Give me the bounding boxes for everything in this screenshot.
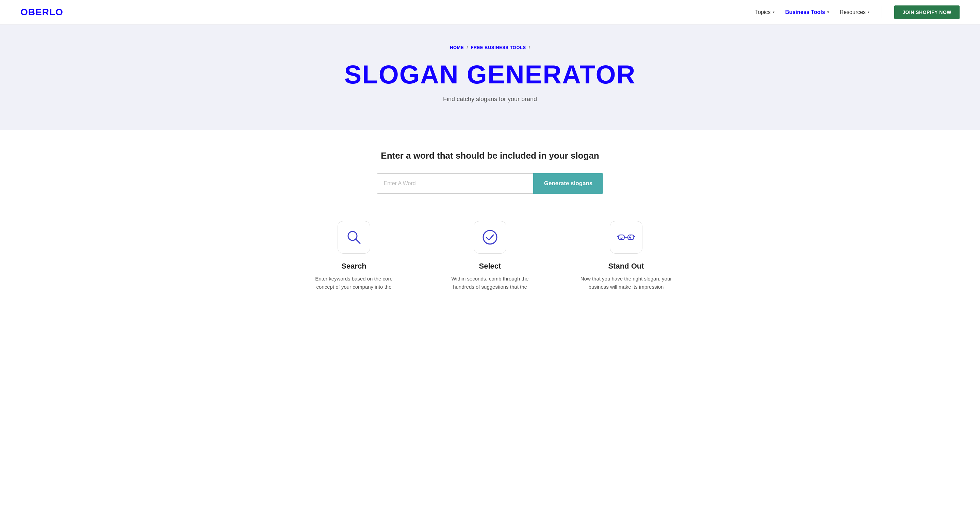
feature-stand-out-desc: Now that you have the right slogan, your…: [579, 275, 674, 291]
breadcrumb-free-business-tools[interactable]: FREE BUSINESS TOOLS: [471, 45, 526, 50]
nav-topics[interactable]: Topics ▾: [755, 9, 774, 15]
feature-search-desc: Enter keywords based on the core concept…: [306, 275, 401, 291]
feature-select-title: Select: [479, 262, 501, 271]
hero-section: HOME / FREE BUSINESS TOOLS / SLOGAN GENE…: [0, 24, 980, 130]
chevron-down-icon: ▾: [773, 10, 775, 14]
breadcrumb-home[interactable]: HOME: [450, 45, 464, 50]
feature-select-desc: Within seconds, comb through the hundred…: [442, 275, 538, 291]
navbar: OBERLO Topics ▾ Business Tools ▾ Resourc…: [0, 0, 980, 24]
checkmark-circle-icon: [481, 228, 499, 246]
generator-input-row: Generate slogans: [7, 173, 973, 194]
nav-links: Topics ▾ Business Tools ▾ Resources ▾: [755, 9, 869, 15]
navbar-right: Topics ▾ Business Tools ▾ Resources ▾ JO…: [755, 5, 959, 19]
join-shopify-button[interactable]: JOIN SHOPIFY NOW: [894, 5, 959, 19]
svg-rect-3: [618, 235, 624, 240]
checkmark-icon-box: [474, 221, 506, 253]
feature-select: Select Within seconds, comb through the …: [442, 221, 538, 291]
chevron-down-icon: ▾: [868, 10, 869, 14]
breadcrumb: HOME / FREE BUSINESS TOOLS /: [7, 45, 973, 50]
generate-button[interactable]: Generate slogans: [533, 173, 604, 194]
svg-point-2: [483, 231, 497, 244]
feature-search: Search Enter keywords based on the core …: [306, 221, 401, 291]
feature-stand-out-title: Stand Out: [608, 262, 644, 271]
hero-subtitle: Find catchy slogans for your brand: [7, 96, 973, 103]
feature-search-title: Search: [341, 262, 366, 271]
svg-rect-4: [628, 235, 633, 240]
word-input[interactable]: [377, 173, 533, 194]
nav-business-tools[interactable]: Business Tools ▾: [785, 9, 829, 15]
nav-resources[interactable]: Resources ▾: [840, 9, 869, 15]
glasses-icon: [617, 228, 635, 246]
chevron-down-icon: ▾: [827, 10, 829, 14]
breadcrumb-separator-2: /: [529, 45, 530, 50]
features-section: Search Enter keywords based on the core …: [7, 214, 973, 305]
page-title: SLOGAN GENERATOR: [7, 60, 973, 89]
breadcrumb-separator-1: /: [466, 45, 468, 50]
svg-line-1: [356, 239, 360, 244]
glasses-icon-box: [610, 221, 643, 253]
search-icon-box: [337, 221, 370, 253]
search-icon: [345, 228, 363, 246]
main-content: Enter a word that should be included in …: [0, 130, 980, 318]
feature-stand-out: Stand Out Now that you have the right sl…: [579, 221, 674, 291]
site-logo[interactable]: OBERLO: [21, 7, 63, 18]
generator-heading: Enter a word that should be included in …: [7, 150, 973, 161]
